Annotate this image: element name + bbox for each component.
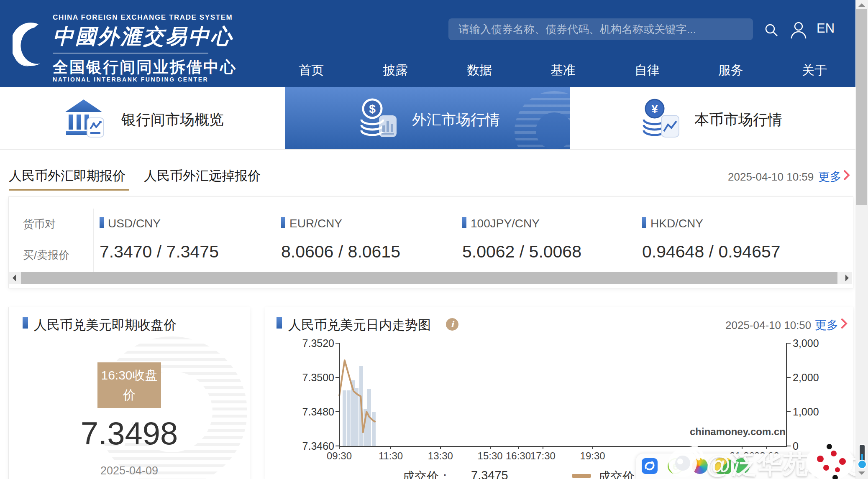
- deal-price-legend-swatch: [572, 474, 591, 478]
- coins-yuan-icon: ¥: [638, 97, 680, 139]
- search-input[interactable]: [448, 18, 753, 40]
- tab-rmb-fx-forward-swap-quotes[interactable]: 人民币外汇远掉报价: [144, 167, 261, 185]
- chart-more-link[interactable]: 更多: [815, 317, 838, 333]
- deal-price-label: 成交价：: [402, 469, 451, 479]
- pair-name: HKD/CNY: [650, 217, 703, 230]
- search-icon[interactable]: [764, 23, 779, 38]
- closing-card-title: 人民币兑美元即期收盘价: [34, 316, 177, 334]
- time-axis-label: 13:30: [420, 450, 461, 462]
- volume-axis-label: 2,000: [793, 372, 839, 384]
- x-tick: [440, 446, 441, 449]
- time-axis-label: 19:30: [572, 450, 614, 462]
- info-icon[interactable]: i: [446, 318, 458, 331]
- brand-line-en-top: CHINA FOREIGN EXCHANGE TRADE SYSTEM: [53, 13, 233, 22]
- brand-line-en-bottom: NATIONAL INTERBANK FUNDING CENTER: [53, 76, 208, 83]
- pair-accent-bar: [462, 217, 466, 228]
- pair-name: EUR/CNY: [289, 217, 342, 230]
- time-axis-label: 11:30: [370, 450, 412, 462]
- x-tick: [490, 446, 491, 449]
- y-tick: [335, 411, 339, 412]
- scroll-left-button[interactable]: [9, 272, 21, 284]
- tab-local-currency-market[interactable]: ¥ 本币市场行情: [570, 87, 855, 149]
- row-label-bidask: 买/卖报价: [23, 248, 69, 262]
- nav-services[interactable]: 服务: [702, 62, 760, 79]
- pair-accent-bar: [642, 217, 646, 228]
- pair-name: 100JPY/CNY: [471, 217, 540, 230]
- chart-timestamp: 2025-04-10 10:50: [725, 319, 811, 332]
- cfets-watermark: [515, 91, 570, 149]
- svg-text:¥: ¥: [651, 102, 658, 115]
- language-toggle[interactable]: EN: [817, 21, 835, 36]
- time-axis-label: 17:30: [522, 450, 564, 462]
- deal-price-value: 7.3475: [471, 469, 508, 479]
- brand-divider: [53, 53, 208, 54]
- x-tick: [543, 446, 543, 449]
- closing-price-date: 2025-04-09: [9, 464, 250, 477]
- x-tick: [518, 446, 519, 449]
- row-label-pair: 货币对: [23, 217, 56, 232]
- x-axis: [339, 446, 787, 447]
- search-box: [448, 18, 753, 40]
- active-tab-underline: [9, 189, 129, 191]
- y-tick: [787, 343, 791, 344]
- nav-benchmark[interactable]: 基准: [534, 62, 592, 79]
- market-tabs: 银行间市场概览 $ 外汇市场行情: [0, 87, 868, 150]
- weibo-watermark-icon: [666, 441, 704, 479]
- x-tick: [390, 446, 391, 449]
- coins-dollar-icon: $: [356, 97, 397, 139]
- volume-axis-label: 3,000: [793, 337, 839, 349]
- pair-bid-ask: 7.3470 / 7.3475: [100, 242, 219, 262]
- svg-text:$: $: [369, 102, 376, 115]
- y-axis-left: [339, 343, 340, 446]
- x-tick: [592, 446, 593, 449]
- brand-calligraphy: 中國外滙交易中心: [53, 23, 233, 51]
- y-tick: [335, 377, 339, 378]
- y-tick: [787, 446, 791, 446]
- chart-card-title: 人民币兑美元日内走势图: [288, 316, 431, 334]
- chinamoney-watermark: chinamoney.com.cn: [690, 426, 786, 438]
- closing-time-badge: 16:30收盘价: [97, 362, 161, 408]
- nav-data[interactable]: 数据: [450, 62, 509, 79]
- y-tick: [335, 343, 339, 344]
- tab-interbank-overview-label: 银行间市场概览: [121, 110, 224, 130]
- quotes-table-card: 货币对 买/卖报价 USD/CNY 7.3470 / 7.3475 EUR/CN…: [8, 196, 853, 288]
- y-axis-label: 7.3500: [288, 372, 334, 384]
- dock-app-icon-blue[interactable]: [642, 458, 658, 474]
- user-icon[interactable]: [790, 21, 807, 39]
- pair-name: USD/CNY: [108, 217, 161, 230]
- nav-about[interactable]: 关于: [785, 62, 844, 79]
- more-chevron-icon[interactable]: [842, 170, 851, 181]
- thermometer-bulb-icon: [858, 460, 867, 469]
- nav-self-discipline[interactable]: 自律: [618, 62, 676, 79]
- y-axis-label: 7.3520: [288, 337, 334, 349]
- tab-rmb-fx-spot-quotes[interactable]: 人民币外汇即期报价: [9, 167, 125, 185]
- time-axis-label: 09:30: [318, 450, 360, 462]
- cfets-logo-icon: [13, 17, 50, 75]
- pair-accent-bar: [100, 217, 104, 228]
- nav-home[interactable]: 首页: [282, 62, 341, 79]
- quotes-more-link[interactable]: 更多: [818, 169, 842, 185]
- brand-line-cn-bottom: 全国银行间同业拆借中心: [53, 57, 237, 78]
- bank-icon: [63, 97, 105, 139]
- tab-local-currency-market-label: 本币市场行情: [694, 110, 782, 130]
- page-scrollbar[interactable]: [855, 0, 868, 479]
- scroll-right-button[interactable]: [840, 272, 852, 284]
- scrollbar-thumb[interactable]: [21, 272, 837, 284]
- more-chevron-icon[interactable]: [840, 318, 848, 329]
- pair-bid-ask: 5.0062 / 5.0068: [462, 242, 581, 262]
- page: CHINA FOREIGN EXCHANGE TRADE SYSTEM 中國外滙…: [0, 0, 868, 479]
- y-tick: [787, 377, 791, 378]
- y-axis-right: [786, 343, 787, 446]
- scroll-up-arrow[interactable]: [858, 3, 865, 7]
- tab-interbank-overview[interactable]: 银行间市场概览: [0, 87, 285, 149]
- closing-price-card: 人民币兑美元即期收盘价 16:30收盘价 7.3498 2025-04-09: [8, 307, 250, 479]
- scroll-down-arrow[interactable]: [858, 471, 865, 475]
- pair-bid-ask: 0.94648 / 0.94657: [642, 242, 781, 262]
- x-tick: [339, 446, 340, 449]
- horizontal-scrollbar[interactable]: [9, 272, 852, 284]
- page-scrollbar-thumb[interactable]: [856, 9, 867, 205]
- closing-price-value: 7.3498: [9, 415, 250, 451]
- nav-disclosure[interactable]: 披露: [366, 62, 425, 79]
- title-bullet: [277, 317, 282, 329]
- tab-fx-market[interactable]: $ 外汇市场行情: [285, 87, 570, 149]
